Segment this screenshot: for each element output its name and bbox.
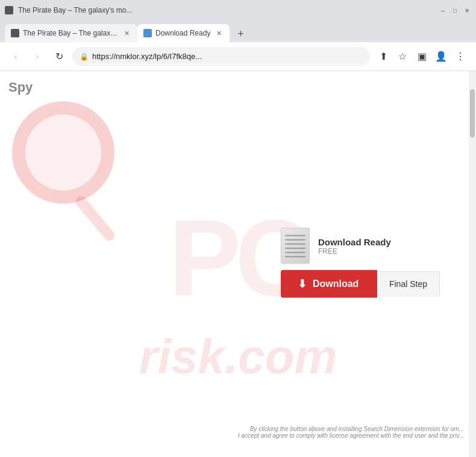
content-area: Download Ready FREE ⬇ Download Final Ste…: [281, 228, 440, 298]
browser-frame: The Pirate Bay – The galaxy's mo... – □ …: [0, 0, 476, 457]
download-arrow-icon: ⬇: [298, 277, 307, 291]
window-controls: – □ ✕: [439, 6, 471, 14]
button-row: ⬇ Download Final Step: [281, 270, 440, 298]
tab-close-download[interactable]: ✕: [214, 28, 224, 38]
forward-button[interactable]: ›: [29, 48, 46, 65]
tab-favicon-download: [143, 29, 152, 37]
disclaimer-line1: By clicking the button above and install…: [238, 426, 464, 432]
nav-bar: ‹ › ↻ 🔒 https://nmklor.xyz/lp/6/I7fk8qe.…: [0, 42, 476, 71]
file-line-6: [285, 256, 305, 257]
file-line-3: [285, 243, 305, 244]
download-ready-box: Download Ready FREE: [281, 228, 391, 264]
close-button[interactable]: ✕: [463, 6, 471, 14]
title-bar: The Pirate Bay – The galaxy's mo... – □ …: [0, 0, 476, 20]
download-free-label: FREE: [318, 247, 391, 255]
download-ready-label: Download Ready: [318, 236, 391, 247]
webpage: PC risk.com Spy Download Ready FREE: [0, 71, 476, 457]
title-text: The Pirate Bay – The galaxy's mo...: [18, 6, 133, 14]
file-icon: [281, 228, 310, 264]
magnifier-watermark: [6, 95, 139, 252]
profile-icon[interactable]: 👤: [433, 48, 449, 65]
tab-favicon-pirate: [11, 29, 19, 37]
tab-download[interactable]: Download Ready ✕: [137, 24, 230, 42]
scrollbar[interactable]: [469, 71, 476, 457]
nav-actions: ⬆ ☆ ▣ 👤 ⋮: [375, 48, 469, 65]
spy-logo: Spy: [8, 80, 33, 95]
maximize-button[interactable]: □: [451, 6, 459, 14]
menu-icon[interactable]: ⋮: [452, 48, 469, 65]
cast-icon[interactable]: ⬆: [375, 48, 392, 65]
download-button[interactable]: ⬇ Download: [281, 270, 377, 298]
minimize-button[interactable]: –: [439, 6, 447, 14]
new-tab-button[interactable]: +: [232, 25, 249, 42]
download-info: Download Ready FREE: [318, 236, 391, 255]
magnifier-circle: [12, 101, 114, 204]
tab-title-pirate: The Pirate Bay – The galaxy's mo...: [23, 29, 118, 37]
back-button[interactable]: ‹: [7, 48, 24, 65]
final-step-button[interactable]: Final Step: [377, 271, 440, 297]
disclaimer-line2: I accept and agree to comply with licens…: [238, 432, 464, 439]
extensions-icon[interactable]: ▣: [413, 48, 430, 65]
risk-watermark: risk.com: [139, 329, 337, 385]
bookmark-icon[interactable]: ☆: [394, 48, 411, 65]
disclaimer: By clicking the button above and install…: [238, 426, 464, 439]
magnifier-handle: [74, 194, 117, 243]
file-line-5: [285, 251, 305, 253]
tab-pirate[interactable]: The Pirate Bay – The galaxy's mo... ✕: [5, 24, 137, 42]
tab-title-download: Download Ready: [155, 29, 210, 37]
tab-close-pirate[interactable]: ✕: [122, 28, 131, 38]
scrollbar-thumb[interactable]: [470, 89, 475, 137]
file-line-4: [285, 247, 305, 248]
address-text: https://nmklor.xyz/lp/6/I7fk8qe...: [92, 52, 363, 61]
file-line-2: [285, 239, 305, 240]
reload-button[interactable]: ↻: [51, 48, 67, 65]
tab-bar: The Pirate Bay – The galaxy's mo... ✕ Do…: [0, 20, 476, 42]
download-button-label: Download: [313, 279, 359, 289]
file-line-1: [285, 235, 305, 236]
lock-icon: 🔒: [80, 52, 89, 61]
final-step-label: Final Step: [389, 279, 427, 289]
title-favicon: [5, 6, 13, 14]
address-bar[interactable]: 🔒 https://nmklor.xyz/lp/6/I7fk8qe...: [72, 47, 370, 66]
